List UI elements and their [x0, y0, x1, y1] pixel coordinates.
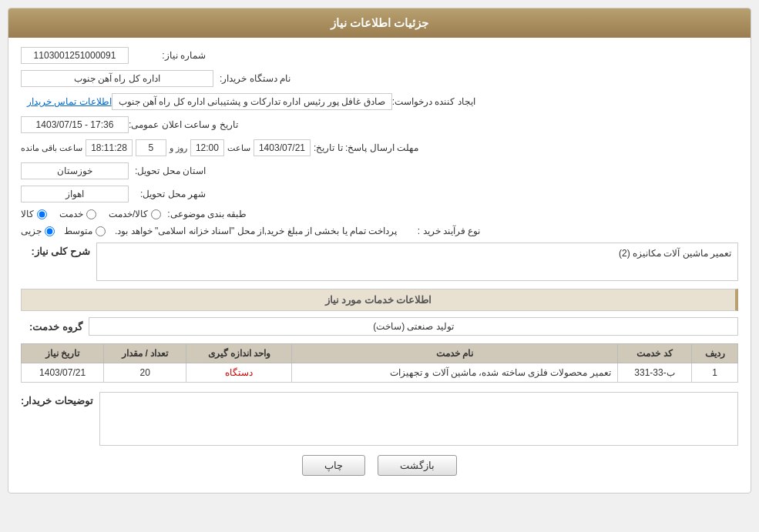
- deadline-time-label: ساعت: [227, 143, 250, 153]
- subject-row: طبقه بندی موضوعی: کالا/خدمت خدمت کالا: [21, 209, 738, 219]
- city-value: اهواز: [21, 186, 129, 202]
- main-card: جزئیات اطلاعات نیاز شماره نیاز: 11030012…: [8, 8, 751, 494]
- card-body: شماره نیاز: 1103001251000091 نام دستگاه …: [8, 38, 751, 493]
- subject-label: طبقه بندی موضوعی:: [167, 209, 247, 219]
- description-box: تعمیر ماشین آلات مکانیزه (2): [96, 243, 738, 281]
- table-header-qty: تعداد / مقدار: [104, 344, 186, 363]
- province-row: استان محل تحویل: خوزستان: [21, 162, 738, 179]
- subject-radio-khadamat-label: خدمت: [59, 209, 83, 219]
- subject-radio-kala-input[interactable]: [37, 209, 47, 219]
- process-label: نوع فرآیند خرید :: [403, 226, 480, 236]
- cell-name: تعمیر محصولات فلزی ساخته شده، ماشین آلات…: [292, 363, 617, 383]
- subject-radio-kala-label: کالا: [21, 209, 34, 219]
- description-text: تعمیر ماشین آلات مکانیزه (2): [619, 248, 731, 259]
- cell-rownum: 1: [692, 363, 738, 383]
- table-header-date: تاریخ نیاز: [22, 344, 104, 363]
- table-header-code: کد خدمت: [617, 344, 691, 363]
- need-number-value: 1103001251000091: [21, 47, 129, 64]
- process-row: نوع فرآیند خرید : پرداخت تمام یا بخشی از…: [21, 226, 738, 236]
- process-radio-partial-label: جزیی: [21, 226, 42, 236]
- buyer-org-label: نام دستگاه خریدار:: [213, 73, 291, 84]
- buttons-row: بازگشت چاپ: [21, 455, 738, 483]
- table-header-unit: واحد اندازه گیری: [186, 344, 292, 363]
- process-radio-partial-input[interactable]: [45, 226, 55, 236]
- subject-radio-kala-khadamat: کالا/خدمت: [109, 209, 161, 219]
- subject-radio-kala-khadamat-label: کالا/خدمت: [109, 209, 148, 219]
- buyer-notes-box: [99, 392, 738, 446]
- announce-datetime-value: 1403/07/15 - 17:36: [21, 116, 129, 133]
- province-value: خوزستان: [21, 162, 129, 179]
- table-header-rownum: ردیف: [692, 344, 738, 363]
- cell-unit: دستگاه: [186, 363, 292, 383]
- cell-qty: 20: [104, 363, 186, 383]
- announce-datetime-label: تاریخ و ساعت اعلان عمومی:: [129, 119, 238, 130]
- process-radio-medium-label: متوسط: [64, 226, 92, 236]
- process-options: پرداخت تمام یا بخشی از مبلغ خرید,از محل …: [21, 226, 397, 236]
- subject-radio-khadamat-input[interactable]: [86, 209, 96, 219]
- buyer-notes-section: توضیحات خریدار:: [21, 392, 738, 446]
- service-group-value: تولید صنعتی (ساخت): [89, 317, 738, 336]
- service-group-row: تولید صنعتی (ساخت) گروه خدمت:: [21, 317, 738, 336]
- province-label: استان محل تحویل:: [129, 166, 206, 176]
- description-section: تعمیر ماشین آلات مکانیزه (2) شرح کلی نیا…: [21, 243, 738, 281]
- creator-value: صادق غافل پور رئیس اداره تدارکات و پشتیب…: [112, 93, 392, 110]
- cell-date: 1403/07/21: [22, 363, 104, 383]
- deadline-label: مهلت ارسال پاسخ: تا تاریخ:: [314, 142, 418, 153]
- services-section-header: اطلاعات خدمات مورد نیاز: [21, 289, 738, 311]
- announce-datetime-row: تاریخ و ساعت اعلان عمومی: 1403/07/15 - 1…: [21, 116, 738, 133]
- card-header: جزئیات اطلاعات نیاز: [8, 8, 751, 38]
- table-row: 1 ب-33-331 تعمیر محصولات فلزی ساخته شده،…: [22, 363, 738, 383]
- subject-radio-kala: کالا: [21, 209, 47, 219]
- buyer-org-row: نام دستگاه خریدار: اداره کل راه آهن جنوب: [21, 70, 738, 87]
- creator-row: ایجاد کننده درخواست: صادق غافل پور رئیس …: [21, 93, 738, 110]
- process-radio-medium: متوسط: [64, 226, 106, 236]
- buyer-org-value: اداره کل راه آهن جنوب: [21, 70, 213, 87]
- process-desc: پرداخت تمام یا بخشی از مبلغ خرید,از محل …: [115, 226, 397, 236]
- need-number-row: شماره نیاز: 1103001251000091: [21, 47, 738, 64]
- process-radio-medium-input[interactable]: [96, 226, 106, 236]
- cell-code: ب-33-331: [617, 363, 691, 383]
- print-button[interactable]: چاپ: [302, 455, 365, 476]
- page-wrapper: جزئیات اطلاعات نیاز شماره نیاز: 11030012…: [0, 0, 759, 501]
- services-table: ردیف کد خدمت نام خدمت واحد اندازه گیری ت…: [21, 343, 738, 383]
- contact-link[interactable]: اطلاعات تماس خریدار: [27, 96, 112, 107]
- subject-radio-khadamat: خدمت: [59, 209, 96, 219]
- deadline-remaining: 18:11:28: [86, 139, 133, 156]
- service-group-label: گروه خدمت:: [21, 321, 82, 333]
- card-title: جزئیات اطلاعات نیاز: [331, 16, 428, 29]
- deadline-days: 5: [136, 139, 166, 156]
- subject-radio-kala-khadamat-input[interactable]: [151, 209, 161, 219]
- process-radio-partial: جزیی: [21, 226, 55, 236]
- creator-label: ایجاد کننده درخواست:: [392, 96, 475, 107]
- deadline-date: 1403/07/21: [254, 139, 311, 156]
- services-section-label: اطلاعات خدمات مورد نیاز: [325, 294, 432, 306]
- back-button[interactable]: بازگشت: [378, 455, 457, 476]
- description-label: شرح کلی نیاز:: [21, 243, 90, 257]
- buyer-notes-label: توضیحات خریدار:: [21, 392, 93, 407]
- deadline-row: مهلت ارسال پاسخ: تا تاریخ: 1403/07/21 سا…: [21, 139, 738, 156]
- subject-radio-group: کالا/خدمت خدمت کالا: [21, 209, 161, 219]
- city-label: شهر محل تحویل:: [129, 189, 206, 199]
- deadline-time: 12:00: [190, 139, 224, 156]
- deadline-days-label: روز و: [170, 143, 187, 153]
- need-number-label: شماره نیاز:: [129, 50, 206, 61]
- deadline-remaining-label: ساعت باقی مانده: [21, 143, 82, 153]
- table-header-name: نام خدمت: [292, 344, 617, 363]
- city-row: شهر محل تحویل: اهواز: [21, 186, 738, 202]
